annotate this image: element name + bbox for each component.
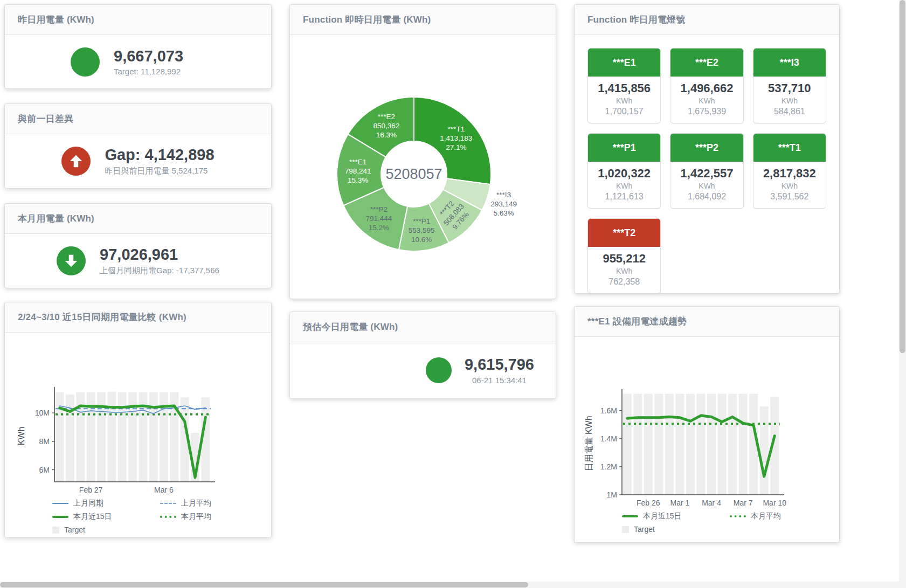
tile-unit: KWh <box>590 267 658 275</box>
dashboard: 昨日用電量 (KWh) 9,667,073 Target: 11,128,992… <box>0 0 906 588</box>
svg-text:Mar 6: Mar 6 <box>154 486 174 494</box>
svg-text:1M: 1M <box>607 490 617 499</box>
card-header: Function 即時日用電量 (KWh) <box>290 5 556 35</box>
svg-text:1.4M: 1.4M <box>600 434 617 443</box>
status-tile-I3: ***I3 537,710 KWh 584,861 <box>753 48 826 123</box>
card-header: ***E1 設備用電達成趨勢 <box>575 307 839 337</box>
legend-label: 本月近15日 <box>643 511 682 521</box>
svg-text:Mar 7: Mar 7 <box>734 499 753 507</box>
status-circle-icon <box>71 47 100 77</box>
status-circle-icon <box>426 357 452 383</box>
card-header: 與前一日差異 <box>5 104 271 134</box>
tile-value: 955,212 <box>590 252 658 266</box>
legend-item[interactable]: 本月近15日 <box>52 512 160 522</box>
card-title: 與前一日差異 <box>18 113 73 125</box>
legend-swatch-solid <box>52 503 68 504</box>
lights-grid: ***E1 1,415,856 KWh 1,700,157 ***E2 1,49… <box>575 35 839 307</box>
legend-swatch-thick <box>52 516 68 518</box>
card-title: 2/24~3/10 近15日同期用電量比較 (KWh) <box>18 311 186 323</box>
tile-unit: KWh <box>590 182 658 190</box>
tile-target-value: 1,675,939 <box>673 107 741 116</box>
donut-label-I3: ***I3293,1495.63% <box>490 191 517 217</box>
arrow-down-icon <box>57 246 86 275</box>
tile-target-value: 3,591,562 <box>756 192 824 202</box>
tile-target-value: 584,861 <box>756 107 824 116</box>
status-tile-E2: ***E2 1,496,662 KWh 1,675,939 <box>670 48 743 123</box>
vertical-scrollbar <box>899 0 906 588</box>
tile-name: ***E2 <box>670 49 743 77</box>
arrow-up-icon <box>61 147 91 176</box>
legend-swatch-square <box>52 527 59 534</box>
card-yesterday-usage: 昨日用電量 (KWh) 9,667,073 Target: 11,128,992 <box>4 4 272 89</box>
legend-item[interactable]: 本月近15日 <box>622 511 730 521</box>
trend-chart[interactable]: 1M1.2M1.4M1.6MFeb 26Mar 1Mar 4Mar 7Mar 1… <box>575 337 839 508</box>
tile-name: ***E1 <box>588 49 660 77</box>
svg-text:6M: 6M <box>39 466 50 474</box>
legend-item[interactable]: Target <box>622 525 730 534</box>
card-prev-day-gap: 與前一日差異 Gap: 4,142,898 昨日與前日用電量 5,524,175 <box>4 103 272 189</box>
tile-value: 1,020,322 <box>590 167 658 181</box>
kpi-subtitle: Target: 11,128,992 <box>114 67 205 76</box>
legend-item[interactable]: 上月同期 <box>52 499 160 508</box>
card-header: Function 昨日用電燈號 <box>575 5 839 35</box>
legend-item[interactable]: 本月平均 <box>160 512 268 522</box>
status-tile-E1: ***E1 1,415,856 KWh 1,700,157 <box>587 48 661 123</box>
svg-text:10M: 10M <box>35 409 50 417</box>
legend-label: Target <box>634 525 655 534</box>
tile-value: 1,496,662 <box>673 81 741 95</box>
tile-name: ***T2 <box>588 219 660 247</box>
card-header: 本月用電量 (KWh) <box>5 204 271 234</box>
legend-item[interactable]: 上月平均 <box>160 499 268 508</box>
legend-label: 本月近15日 <box>73 512 112 522</box>
status-tile-T1: ***T1 2,817,832 KWh 3,591,562 <box>753 133 826 209</box>
tile-unit: KWh <box>756 182 824 190</box>
card-header: 昨日用電量 (KWh) <box>5 5 271 35</box>
card-title: Function 即時日用電量 (KWh) <box>303 13 431 26</box>
legend-label: 本月平均 <box>751 511 781 521</box>
legend-label: 本月平均 <box>181 512 211 522</box>
tile-target-value: 1,684,092 <box>673 192 741 202</box>
svg-text:Mar 10: Mar 10 <box>763 499 786 507</box>
tile-value: 2,817,832 <box>756 167 824 181</box>
card-e1-trend-chart: ***E1 設備用電達成趨勢 1M1.2M1.4M1.6MFeb 26Mar 1… <box>574 306 840 543</box>
legend-item[interactable]: 本月平均 <box>730 511 838 521</box>
svg-text:Feb 27: Feb 27 <box>79 486 103 494</box>
compare-chart[interactable]: 6M8M10MFeb 27Mar 6KWh <box>5 333 271 495</box>
horizontal-scrollbar-thumb[interactable] <box>0 582 528 587</box>
status-tile-P1: ***P1 1,020,322 KWh 1,121,613 <box>587 133 661 209</box>
tile-target-value: 762,358 <box>590 277 658 287</box>
realtime-donut-chart[interactable]: ***T11,413,18327.1%***I3293,1495.63%***T… <box>290 35 556 298</box>
tile-unit: KWh <box>590 96 658 105</box>
tile-name: ***T1 <box>753 134 826 162</box>
legend-swatch-dotted <box>160 516 176 518</box>
card-title: 本月用電量 (KWh) <box>18 212 94 225</box>
tile-unit: KWh <box>756 96 824 105</box>
kpi-value: 9,615,796 <box>465 356 534 373</box>
legend-item[interactable]: Target <box>52 525 160 534</box>
trend-chart-legend: 本月近15日本月平均Target <box>575 511 839 534</box>
vertical-scrollbar-thumb[interactable] <box>900 0 905 353</box>
status-tile-T2: ***T2 955,212 KWh 762,358 <box>587 218 661 294</box>
tile-unit: KWh <box>673 96 741 105</box>
legend-swatch-dotted <box>730 515 746 517</box>
svg-text:Feb 26: Feb 26 <box>637 499 660 507</box>
tile-value: 537,710 <box>756 81 824 95</box>
tile-target-value: 1,121,613 <box>590 192 658 202</box>
donut-center-total: 5208057 <box>385 166 442 182</box>
kpi-timestamp: 06-21 15:34:41 <box>465 376 534 385</box>
horizontal-scrollbar <box>0 582 899 588</box>
kpi-value: 97,026,961 <box>100 246 219 264</box>
legend-label: 上月平均 <box>181 499 211 508</box>
svg-text:Mar 4: Mar 4 <box>702 499 721 507</box>
card-realtime-usage-donut: Function 即時日用電量 (KWh) ***T11,413,18327.1… <box>289 4 556 299</box>
svg-text:日用電量 KWh: 日用電量 KWh <box>584 416 593 471</box>
kpi-value: Gap: 4,142,898 <box>105 146 214 164</box>
card-yesterday-status-lights: Function 昨日用電燈號 ***E1 1,415,856 KWh 1,70… <box>574 4 840 294</box>
card-title: Function 昨日用電燈號 <box>587 13 685 26</box>
tile-name: ***P2 <box>670 134 743 162</box>
tile-target-value: 1,700,157 <box>590 107 658 116</box>
compare-chart-legend: 上月同期上月平均本月近15日本月平均Target <box>5 499 271 534</box>
svg-text:Mar 1: Mar 1 <box>670 499 690 507</box>
kpi-subtitle: 上個月同期用電Gap: -17,377,566 <box>100 266 219 276</box>
kpi-subtitle: 昨日與前日用電量 5,524,175 <box>105 166 214 176</box>
